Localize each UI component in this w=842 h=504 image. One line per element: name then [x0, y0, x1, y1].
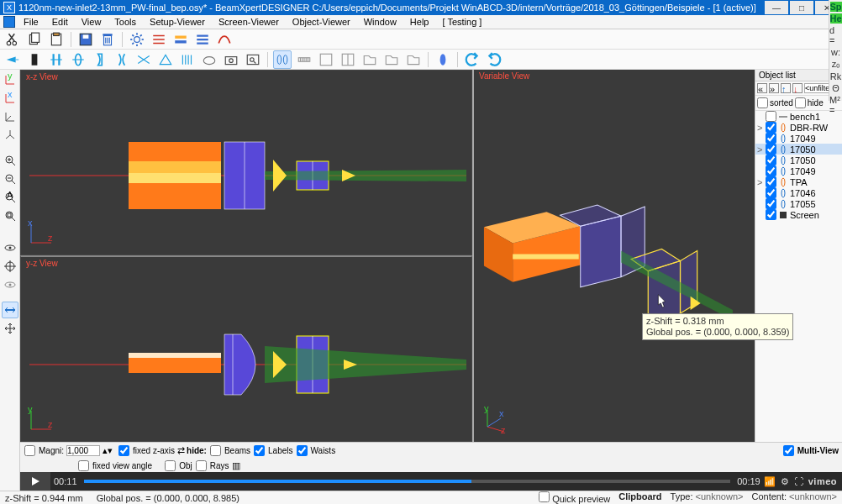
fixed-z-checkbox[interactable]	[118, 445, 129, 456]
stepper-icon[interactable]: ▴▾	[103, 445, 113, 456]
tree-checkbox[interactable]	[766, 155, 776, 165]
move-xy-button[interactable]	[2, 320, 18, 337]
beam-curve-button[interactable]	[215, 30, 234, 49]
app-menu-icon[interactable]	[3, 16, 15, 28]
magni-checkbox[interactable]	[24, 445, 35, 456]
window-maximize-button[interactable]: □	[790, 1, 813, 14]
tree-row[interactable]: >17050	[755, 144, 842, 155]
rays-options-icon[interactable]: ▥	[232, 460, 240, 471]
axis-3d-button[interactable]	[2, 127, 18, 144]
hide-checkbox[interactable]	[795, 97, 806, 108]
hide-waists-checkbox[interactable]	[297, 445, 308, 456]
object-tree[interactable]: bench1>DBR-RW17049>170501705017049>TPA17…	[755, 111, 842, 442]
grid2-button[interactable]	[339, 50, 357, 69]
save-button[interactable]	[76, 30, 95, 49]
menu-tools[interactable]: Tools	[108, 17, 143, 27]
tree-row[interactable]: >TPA	[755, 176, 842, 187]
zoom-out-button[interactable]	[2, 171, 18, 187]
sort-desc-button[interactable]: ↓	[792, 83, 803, 93]
redo-button[interactable]	[485, 50, 503, 69]
expander-icon[interactable]: >	[757, 144, 764, 155]
move-z-button[interactable]	[2, 302, 18, 318]
tree-checkbox[interactable]	[766, 209, 776, 220]
axis-yz-button[interactable]: y	[2, 71, 18, 88]
multi-view-checkbox[interactable]	[783, 445, 794, 456]
fullscreen-icon[interactable]: ⛶	[794, 476, 803, 486]
menu-setup-viewer[interactable]: Setup-Viewer	[143, 17, 212, 27]
prism-button[interactable]	[156, 50, 175, 69]
menu-object-viewer[interactable]: Object-Viewer	[286, 17, 357, 27]
delete-button[interactable]	[98, 30, 117, 49]
menu-window[interactable]: Window	[357, 17, 403, 27]
copy-button[interactable]	[25, 30, 44, 49]
undo-button[interactable]	[463, 50, 482, 69]
menu-screen-viewer[interactable]: Screen-Viewer	[212, 17, 286, 27]
folder2-button[interactable]	[382, 50, 401, 69]
tree-checkbox[interactable]	[766, 187, 776, 198]
axis-xy-button[interactable]	[2, 108, 18, 125]
lens-pair-button[interactable]	[273, 50, 292, 69]
tree-checkbox[interactable]	[766, 122, 776, 133]
tree-row[interactable]: 17050	[755, 155, 842, 165]
eye-button[interactable]	[2, 239, 18, 256]
tree-checkbox[interactable]	[766, 165, 776, 176]
lens-blue-button[interactable]	[434, 50, 452, 69]
tree-row[interactable]: 17049	[755, 133, 842, 144]
axis-toggle-icon[interactable]: ⇄	[177, 445, 185, 456]
camera-button[interactable]	[222, 50, 240, 69]
view-variable[interactable]: Variable View	[474, 70, 755, 442]
menu-edit[interactable]: Edit	[45, 17, 75, 27]
menu-testing[interactable]: [ Testing ]	[435, 17, 488, 27]
hide-labels-checkbox[interactable]	[254, 445, 265, 456]
view-xz[interactable]: x-z View	[20, 70, 472, 255]
grating-button[interactable]	[178, 50, 197, 69]
volume-icon[interactable]: 📶	[764, 476, 776, 487]
strip-sp-button[interactable]: Sp	[830, 2, 842, 12]
strip-he-button[interactable]: He	[830, 13, 842, 24]
cut-button[interactable]	[3, 30, 22, 49]
hide-obj-checkbox[interactable]	[165, 460, 176, 471]
magni-input[interactable]	[66, 445, 100, 456]
menu-file[interactable]: File	[17, 17, 45, 27]
zoom-sel-button[interactable]	[2, 207, 18, 224]
source-button[interactable]	[3, 50, 22, 69]
tree-row[interactable]: 17046	[755, 187, 842, 198]
sorted-checkbox[interactable]	[757, 97, 768, 108]
hide-beams-checkbox[interactable]	[210, 445, 221, 456]
window-minimize-button[interactable]: —	[765, 1, 788, 14]
quick-preview-checkbox[interactable]	[539, 491, 550, 502]
tree-checkbox[interactable]	[766, 198, 776, 209]
folder3-button[interactable]	[404, 50, 423, 69]
expander-icon[interactable]: >	[757, 177, 764, 187]
aperture-button[interactable]	[25, 50, 44, 69]
grid1-button[interactable]	[317, 50, 335, 69]
settings-icon[interactable]: ⚙	[781, 476, 789, 487]
zoom-fit-button[interactable]: A	[2, 189, 18, 206]
search-button[interactable]	[244, 50, 262, 69]
paste-button[interactable]	[47, 30, 66, 49]
slit-button[interactable]	[47, 50, 66, 69]
cloud-button[interactable]	[200, 50, 218, 69]
tree-checkbox[interactable]	[766, 144, 776, 155]
beam-lines-button[interactable]	[193, 30, 212, 49]
lens-concave-button[interactable]	[113, 50, 131, 69]
view-yz[interactable]: y-z View	[20, 255, 472, 442]
folder1-button[interactable]	[360, 50, 379, 69]
settings-button[interactable]	[128, 30, 146, 49]
lens-plano-button[interactable]	[91, 50, 109, 69]
tree-checkbox[interactable]	[766, 176, 776, 187]
tree-row[interactable]: Screen	[755, 209, 842, 220]
tree-checkbox[interactable]	[766, 133, 776, 144]
beam-gradient-button[interactable]	[171, 30, 190, 49]
hide-rays-checkbox[interactable]	[196, 460, 207, 471]
fixed-angle-checkbox[interactable]	[78, 460, 89, 471]
menu-help[interactable]: Help	[403, 17, 436, 27]
zoom-in-button[interactable]	[2, 152, 18, 169]
right-docked-strip[interactable]: Sp He d = w: z₀ Rk Θ M² =	[829, 0, 842, 101]
target-button[interactable]	[2, 258, 18, 275]
collapse-all-button[interactable]: «	[757, 83, 767, 93]
expander-icon[interactable]: >	[757, 123, 764, 133]
sort-asc-button[interactable]: ↑	[781, 83, 791, 93]
axis-xz-button[interactable]: x	[2, 90, 18, 107]
eye2-button[interactable]	[2, 276, 18, 293]
